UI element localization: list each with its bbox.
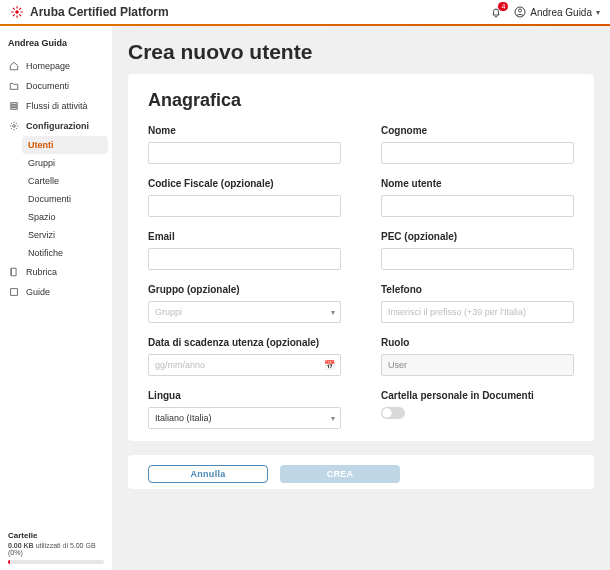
subnav-spazio[interactable]: Spazio	[22, 208, 108, 226]
sidebar-item-label: Guide	[26, 287, 50, 297]
svg-rect-4	[11, 289, 18, 296]
create-button[interactable]: CREA	[280, 465, 400, 483]
subnav-servizi[interactable]: Servizi	[22, 226, 108, 244]
toggle-cartella-personale[interactable]	[381, 407, 405, 419]
form-actions: Annulla CREA	[128, 455, 594, 489]
input-nome-utente[interactable]	[381, 195, 574, 217]
activity-icon	[8, 100, 20, 112]
subnav-documenti[interactable]: Documenti	[22, 190, 108, 208]
sidebar-item-label: Configurazioni	[26, 121, 89, 131]
svg-point-3	[13, 125, 16, 128]
brand-title: Aruba Certified Platform	[30, 5, 169, 19]
document-icon	[8, 80, 20, 92]
sidebar-item-label: Documenti	[26, 81, 69, 91]
sidebar-item-label: Flussi di attività	[26, 101, 88, 111]
book-icon	[8, 266, 20, 278]
input-email[interactable]	[148, 248, 341, 270]
input-ruolo	[381, 354, 574, 376]
sidebar-item-homepage[interactable]: Homepage	[4, 56, 108, 76]
section-title: Anagrafica	[148, 90, 574, 111]
storage-progress	[8, 560, 104, 564]
sidebar-item-documenti[interactable]: Documenti	[4, 76, 108, 96]
label-ruolo: Ruolo	[381, 337, 574, 348]
label-nome: Nome	[148, 125, 341, 136]
input-nome[interactable]	[148, 142, 341, 164]
select-lingua[interactable]	[148, 407, 341, 429]
cancel-button[interactable]: Annulla	[148, 465, 268, 483]
brand-logo-icon	[10, 5, 24, 19]
chevron-down-icon: ▾	[596, 8, 600, 17]
input-cf[interactable]	[148, 195, 341, 217]
label-gruppo: Gruppo (opzionale)	[148, 284, 341, 295]
storage-text: 0.00 KB utilizzati di 5.00 GB (0%)	[4, 542, 108, 560]
label-cf: Codice Fiscale (opzionale)	[148, 178, 341, 189]
sidebar: Andrea Guida Homepage Documenti Flussi d…	[0, 26, 112, 570]
select-gruppo[interactable]	[148, 301, 341, 323]
label-email: Email	[148, 231, 341, 242]
sidebar-item-flussi[interactable]: Flussi di attività	[4, 96, 108, 116]
gear-icon	[8, 120, 20, 132]
input-data-scadenza[interactable]	[148, 354, 341, 376]
primary-nav: Homepage Documenti Flussi di attività Co…	[4, 56, 108, 302]
svg-point-0	[16, 11, 18, 13]
notification-badge: 4	[498, 2, 508, 11]
label-lingua: Lingua	[148, 390, 341, 401]
form-card: Anagrafica Nome Cognome Codice Fiscale (…	[128, 74, 594, 441]
user-name: Andrea Guida	[530, 7, 592, 18]
sidebar-item-guide[interactable]: Guide	[4, 282, 108, 302]
label-nome-utente: Nome utente	[381, 178, 574, 189]
user-icon	[514, 6, 526, 18]
subnav-cartelle[interactable]: Cartelle	[22, 172, 108, 190]
config-subnav: Utenti Gruppi Cartelle Documenti Spazio …	[22, 136, 108, 262]
sidebar-item-label: Rubrica	[26, 267, 57, 277]
subnav-gruppi[interactable]: Gruppi	[22, 154, 108, 172]
label-telefono: Telefono	[381, 284, 574, 295]
notifications-button[interactable]: 4	[490, 6, 502, 18]
label-cognome: Cognome	[381, 125, 574, 136]
label-data-scadenza: Data di scadenza utenza (opzionale)	[148, 337, 341, 348]
input-cognome[interactable]	[381, 142, 574, 164]
user-menu[interactable]: Andrea Guida ▾	[514, 6, 600, 18]
sidebar-item-configurazioni[interactable]: Configurazioni	[4, 116, 108, 136]
main-content: Crea nuovo utente Anagrafica Nome Cognom…	[112, 26, 610, 570]
svg-point-2	[519, 9, 522, 12]
label-pec: PEC (opzionale)	[381, 231, 574, 242]
sidebar-user-name: Andrea Guida	[4, 34, 108, 56]
subnav-utenti[interactable]: Utenti	[22, 136, 108, 154]
storage-heading: Cartelle	[4, 529, 108, 542]
input-pec[interactable]	[381, 248, 574, 270]
subnav-notifiche[interactable]: Notifiche	[22, 244, 108, 262]
sidebar-item-label: Homepage	[26, 61, 70, 71]
input-telefono[interactable]	[381, 301, 574, 323]
page-title: Crea nuovo utente	[128, 40, 594, 64]
top-bar: Aruba Certified Platform 4 Andrea Guida …	[0, 0, 610, 24]
home-icon	[8, 60, 20, 72]
brand: Aruba Certified Platform	[10, 5, 169, 19]
label-cartella-personale: Cartella personale in Documenti	[381, 390, 574, 401]
sidebar-item-rubrica[interactable]: Rubrica	[4, 262, 108, 282]
guide-icon	[8, 286, 20, 298]
